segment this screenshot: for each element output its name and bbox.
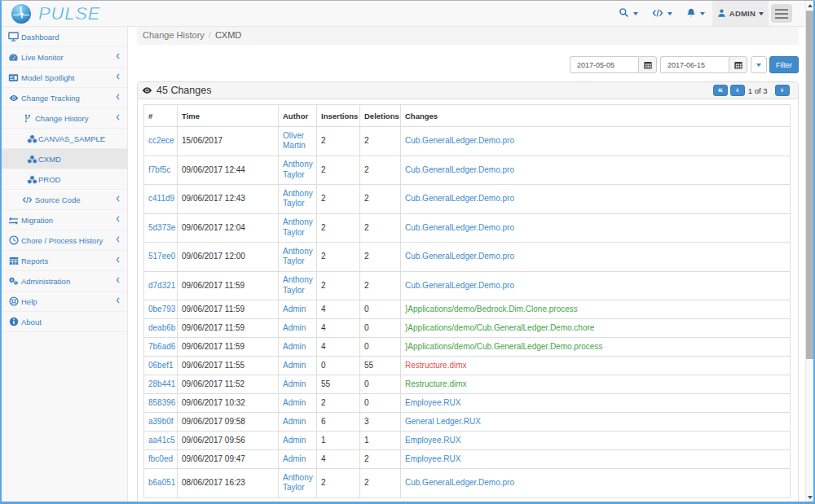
deletions-value: 2	[364, 252, 369, 261]
search-dropdown[interactable]	[612, 1, 645, 26]
change-file-link[interactable]: Cub.GeneralLedger.Demo.pro	[405, 136, 514, 145]
change-file-link[interactable]: }Applications/demo/Cub.GeneralLedger.Dem…	[405, 342, 602, 351]
author-link[interactable]: Anthony Taylor	[283, 473, 313, 493]
author-link[interactable]: Admin	[283, 436, 306, 445]
first-page-button[interactable]: «	[713, 85, 728, 96]
brand[interactable]: PULSE	[11, 4, 100, 24]
commit-hash-link[interactable]: a39b0f	[148, 417, 174, 426]
cell-time: 09/06/2017 11:59	[178, 338, 279, 357]
commit-hash-link[interactable]: fbc0ed	[148, 454, 173, 463]
sidebar-item-live-monitor[interactable]: Live Monitor	[2, 47, 127, 68]
sidebar-item-change-history[interactable]: Change History	[2, 108, 127, 129]
sidebar-item-change-tracking[interactable]: Change Tracking	[2, 88, 127, 108]
vertical-scrollbar[interactable]	[805, 1, 813, 502]
commit-hash-link[interactable]: f7bf5c	[148, 165, 170, 174]
change-file-link[interactable]: Cub.GeneralLedger.Demo.pro	[405, 165, 514, 174]
author-link[interactable]: Anthony Taylor	[283, 189, 313, 208]
sidebar-item-model-spotlight[interactable]: Model Spotlight	[2, 68, 127, 88]
commit-hash-link[interactable]: cc2ece	[148, 136, 174, 145]
change-file-link[interactable]: Restructure.dimx	[405, 379, 467, 388]
date-preset-dropdown[interactable]	[751, 56, 767, 73]
scroll-up-arrow-icon[interactable]	[806, 1, 813, 11]
calendar-icon[interactable]	[638, 56, 657, 73]
code-dropdown[interactable]	[645, 1, 680, 26]
sidebar-item-prod[interactable]: PROD	[2, 169, 127, 190]
author-link[interactable]: Admin	[283, 305, 306, 313]
author-link[interactable]: Oliver Martin	[283, 131, 306, 151]
sidebar: DashboardLive MonitorModel SpotlightChan…	[2, 27, 128, 502]
sidebar-item-label: Source Code	[35, 195, 80, 204]
commit-hash-link[interactable]: 0be793	[148, 305, 175, 313]
calendar-icon[interactable]	[729, 56, 747, 73]
cell-changes: Cub.GeneralLedger.Demo.pro	[401, 213, 791, 243]
cell-hash: 0be793	[144, 300, 178, 319]
cell-hash: f7bf5c	[144, 156, 178, 185]
sidebar-item-reports[interactable]: Reports	[2, 251, 127, 271]
angle-left-icon	[116, 113, 120, 122]
sidebar-item-chore-process-history[interactable]: Chore / Process History	[2, 230, 127, 251]
author-link[interactable]: Anthony Taylor	[283, 275, 313, 295]
date-to-input[interactable]	[660, 56, 729, 73]
author-link[interactable]: Admin	[283, 398, 306, 407]
sidebar-item-canvas-sample[interactable]: CANVAS_SAMPLE	[2, 129, 127, 149]
sidebar-item-about[interactable]: About	[2, 312, 127, 332]
admin-menu[interactable]: ADMIN	[712, 1, 769, 26]
commit-hash-link[interactable]: c411d9	[148, 194, 174, 203]
commit-hash-link[interactable]: 5d373e	[148, 223, 175, 232]
insertions-value: 1	[321, 436, 326, 445]
table-row: 517ee009/06/2017 12:00Anthony Taylor22Cu…	[144, 243, 791, 272]
sidebar-item-help[interactable]: Help	[2, 291, 127, 312]
change-file-link[interactable]: Cub.GeneralLedger.Demo.pro	[405, 252, 514, 261]
sidebar-item-source-code[interactable]: Source Code	[2, 190, 127, 210]
author-link[interactable]: Admin	[283, 454, 306, 463]
sidebar-item-cxmd[interactable]: CXMD	[2, 149, 127, 169]
cogs-icon	[8, 276, 19, 287]
commit-hash-link[interactable]: 858396	[148, 398, 175, 407]
change-file-link[interactable]: Cub.GeneralLedger.Demo.pro	[405, 478, 514, 487]
change-file-link[interactable]: Restructure.dimx	[405, 361, 467, 370]
insertions-value: 0	[321, 361, 326, 370]
change-file-link[interactable]: Cub.GeneralLedger.Demo.pro	[405, 223, 514, 232]
change-file-link[interactable]: Cub.GeneralLedger.Demo.pro	[405, 281, 514, 290]
commit-hash-link[interactable]: 517ee0	[148, 252, 175, 261]
cell-author: Oliver Martin	[279, 127, 317, 156]
scroll-down-arrow-icon[interactable]	[806, 493, 813, 502]
change-file-link[interactable]: }Applications/demo/Cub.GeneralLedger.Dem…	[405, 323, 594, 332]
author-link[interactable]: Admin	[283, 379, 306, 388]
commit-hash-link[interactable]: 7b6ad6	[148, 342, 175, 351]
author-link[interactable]: Admin	[283, 417, 306, 426]
commit-hash-link[interactable]: aa41c5	[148, 436, 175, 445]
author-link[interactable]: Anthony Taylor	[283, 247, 313, 266]
change-file-link[interactable]: Cub.GeneralLedger.Demo.pro	[405, 194, 514, 203]
sidebar-item-migration[interactable]: Migration	[2, 210, 127, 230]
author-link[interactable]: Anthony Taylor	[283, 160, 313, 179]
author-link[interactable]: Admin	[283, 323, 306, 332]
change-file-link[interactable]: Employee.RUX	[405, 436, 460, 445]
notifications-dropdown[interactable]	[680, 1, 712, 26]
next-page-button[interactable]: ›	[775, 85, 790, 96]
change-file-link[interactable]: Employee.RUX	[405, 454, 460, 463]
breadcrumb-parent[interactable]: Change History	[143, 30, 205, 40]
author-link[interactable]: Admin	[283, 361, 306, 370]
sidebar-item-administration[interactable]: Administration	[2, 271, 127, 291]
panel-title: 45 Changes	[156, 85, 211, 96]
cell-insertions: 2	[317, 213, 360, 243]
author-link[interactable]: Anthony Taylor	[283, 217, 313, 237]
sidebar-item-dashboard[interactable]: Dashboard	[2, 27, 127, 47]
change-file-link[interactable]: General Ledger.RUX	[405, 417, 481, 426]
commit-hash-link[interactable]: deab6b	[148, 323, 175, 332]
filter-button[interactable]: Filter	[769, 56, 799, 73]
date-from-input[interactable]	[570, 56, 638, 73]
commit-hash-link[interactable]: d7d321	[148, 281, 175, 290]
prev-page-button[interactable]: ‹	[730, 85, 745, 96]
commit-hash-link[interactable]: 28b441	[148, 379, 175, 388]
change-file-link[interactable]: }Applications/demo/Bedrock.Dim.Clone.pro…	[405, 305, 578, 313]
commit-hash-link[interactable]: 06bef1	[148, 361, 174, 370]
table-row: aa41c509/06/2017 09:56Admin11Employee.RU…	[144, 432, 791, 450]
hamburger-button[interactable]	[771, 4, 792, 23]
insertions-value: 2	[321, 281, 326, 290]
author-link[interactable]: Admin	[283, 342, 306, 351]
change-file-link[interactable]: Employee.RUX	[405, 398, 460, 407]
scrollbar-thumb[interactable]	[806, 11, 813, 359]
commit-hash-link[interactable]: b6a051	[148, 478, 175, 487]
